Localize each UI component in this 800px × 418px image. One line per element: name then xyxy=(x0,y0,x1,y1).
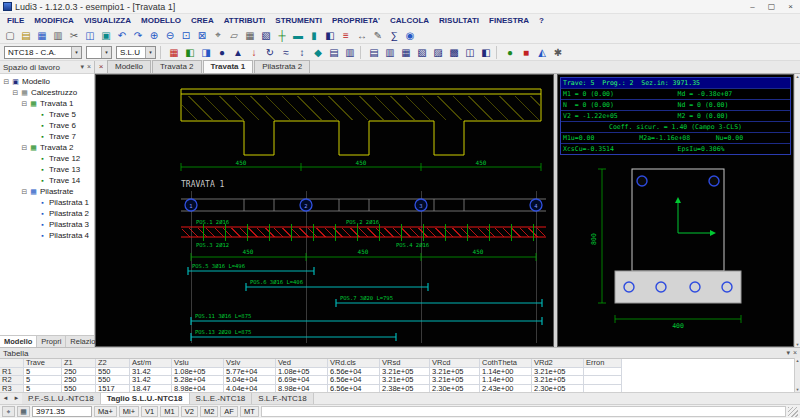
tree-item[interactable]: ▪ Pilastrata 3 xyxy=(0,219,94,230)
tree-item[interactable]: ▪ Trave 5 xyxy=(0,109,94,120)
table-header-cell[interactable]: Z1 xyxy=(62,359,96,368)
result-tab[interactable]: S.L.E.-NTC18 xyxy=(190,393,253,404)
table-header-cell[interactable]: VRd2 xyxy=(532,359,584,368)
row-header[interactable]: R1 xyxy=(0,368,24,377)
tree-item[interactable]: ▪ Pilastrata 2 xyxy=(0,208,94,219)
chevron-down-icon[interactable]: ▾ xyxy=(71,47,81,58)
status-toggle-button[interactable]: Mi+ xyxy=(119,406,139,417)
result-tab[interactable]: S.L.F.-NTC18 xyxy=(252,393,313,404)
status-toggle-button[interactable]: M2 xyxy=(200,406,218,417)
shear-icon[interactable]: ≈ xyxy=(279,45,294,60)
menu-item[interactable]: RISULTATI xyxy=(434,14,484,27)
menu-item[interactable]: MODIFICA xyxy=(29,14,79,27)
table-cell[interactable]: 31.42 xyxy=(130,368,172,377)
table-header-cell[interactable]: Z2 xyxy=(96,359,130,368)
result-tab[interactable]: P.F.-S.L.U.-NTC18 xyxy=(22,393,101,404)
select-icon[interactable]: ▱ xyxy=(227,28,242,43)
chevron-down-icon[interactable]: ▾ xyxy=(80,63,84,71)
resize-grip[interactable] xyxy=(788,407,798,417)
menu-item[interactable]: ? xyxy=(534,14,549,27)
status-toggle-button[interactable]: AF xyxy=(220,406,238,417)
mesh-icon[interactable]: ▦ xyxy=(167,45,182,60)
rebar-icon[interactable]: ≡ xyxy=(339,28,354,43)
doc-tab[interactable]: Modello xyxy=(107,60,151,73)
menu-item[interactable]: MODELLO xyxy=(136,14,186,27)
tree-item[interactable]: ▪ Trave 14 xyxy=(0,175,94,186)
load-icon[interactable]: ↓ xyxy=(247,45,262,60)
table-cell[interactable]: 550 xyxy=(96,376,130,385)
stop-icon[interactable]: ■ xyxy=(519,45,534,60)
expander-icon[interactable]: ⊟ xyxy=(2,78,11,86)
table-header-cell[interactable]: VRcd xyxy=(430,359,480,368)
status-toggle-button[interactable]: Ma+ xyxy=(94,406,117,417)
table-cell[interactable]: 1.08e+05 xyxy=(172,368,224,377)
settings-icon[interactable]: ✱ xyxy=(551,45,566,60)
table-scrollbar[interactable]: ▲ ▼ xyxy=(794,358,800,392)
close-icon[interactable]: × xyxy=(87,63,91,71)
table-cell[interactable]: 5.77e+04 xyxy=(224,368,276,377)
menu-item[interactable]: CREA xyxy=(186,14,219,27)
menu-item[interactable]: STRUMENTI xyxy=(270,14,327,27)
table-header-cell[interactable]: Erron xyxy=(584,359,622,368)
table-header-cell[interactable]: Ved xyxy=(276,359,328,368)
table-cell[interactable]: 5 xyxy=(24,368,62,377)
close-icon[interactable]: × xyxy=(95,61,107,73)
paste-icon[interactable]: ▣ xyxy=(99,28,114,43)
chevron-down-icon[interactable]: ▾ xyxy=(145,47,155,58)
workspace-tab[interactable]: Propri xyxy=(37,336,66,347)
report-icon[interactable]: ▥ xyxy=(343,45,358,60)
grid-icon[interactable]: ▦ xyxy=(243,28,258,43)
zoom-extents-icon[interactable]: ⊠ xyxy=(195,28,210,43)
table-cell[interactable]: 3.21e+05 xyxy=(430,368,480,377)
table-cell[interactable]: 5.28e+04 xyxy=(172,376,224,385)
table-cell[interactable]: 3.21e+05 xyxy=(430,376,480,385)
table-cell[interactable] xyxy=(584,376,622,385)
cut-icon[interactable]: ✂ xyxy=(67,28,82,43)
undo-icon[interactable]: ↶ xyxy=(115,28,130,43)
table-header-cell[interactable]: Vslu xyxy=(172,359,224,368)
table-cell[interactable]: 6.69e+04 xyxy=(276,376,328,385)
redo-icon[interactable]: ↷ xyxy=(131,28,146,43)
grid-icon[interactable]: ▦ xyxy=(17,406,30,417)
workspace-tab[interactable]: Modello xyxy=(0,336,37,347)
rebar-diagram-icon[interactable]: ▩ xyxy=(447,45,462,60)
print-icon[interactable]: ▥ xyxy=(51,28,66,43)
save-icon[interactable]: ▦ xyxy=(35,28,50,43)
status-toggle-button[interactable]: V1 xyxy=(141,406,158,417)
table-cell[interactable]: 250 xyxy=(62,376,96,385)
scroll-up-icon[interactable]: ▲ xyxy=(795,74,800,79)
shear-diagram-icon[interactable]: ▥ xyxy=(383,45,398,60)
deform-diagram-icon[interactable]: ▧ xyxy=(415,45,430,60)
info-icon[interactable]: ◉ xyxy=(403,28,418,43)
tab-scroll-right-icon[interactable]: ► xyxy=(11,393,22,404)
table-header-cell[interactable]: Ast/m xyxy=(130,359,172,368)
table-cell[interactable]: 5 xyxy=(24,376,62,385)
table-cell[interactable]: 1.14e+00 xyxy=(480,368,532,377)
menu-item[interactable]: PROPRIETA' xyxy=(327,14,385,27)
expander-icon[interactable]: ⊟ xyxy=(20,188,29,196)
material-combo[interactable]: ▾ xyxy=(86,46,112,59)
envelope-icon[interactable]: ◆ xyxy=(311,45,326,60)
table-cell[interactable] xyxy=(584,368,622,377)
expander-icon[interactable]: ⊟ xyxy=(20,100,29,108)
run-icon[interactable]: ● xyxy=(503,45,518,60)
menu-item[interactable]: ATTRIBUTI xyxy=(219,14,271,27)
table-cell[interactable]: 250 xyxy=(62,368,96,377)
menu-item[interactable]: FILE xyxy=(2,14,29,27)
section-panel[interactable]: Trave: 5 Prog.: 2 Sez.in: 3971.35 M1 = 0… xyxy=(557,74,794,347)
chevron-down-icon[interactable]: ▾ xyxy=(101,47,111,58)
section-check-icon[interactable]: ◫ xyxy=(463,45,478,60)
tree-item[interactable]: ⊟ ▦ Travata 1 xyxy=(0,98,94,109)
tree-item[interactable]: ▪ Trave 12 xyxy=(0,153,94,164)
viewport-scrollbar[interactable]: ▲ ▼ xyxy=(794,74,800,347)
calc-icon[interactable]: ∑ xyxy=(387,28,402,43)
beam-icon[interactable]: ▬ xyxy=(291,28,306,43)
maximize-button[interactable]: ▢ xyxy=(762,0,781,13)
table-cell[interactable]: 3.21e+05 xyxy=(380,376,430,385)
table-cell[interactable]: 3.21e+05 xyxy=(380,368,430,377)
axes-icon[interactable]: ┼ xyxy=(275,28,290,43)
zoom-window-icon[interactable]: ⊡ xyxy=(179,28,194,43)
node-icon[interactable]: ● xyxy=(215,45,230,60)
view-icon[interactable]: ◨ xyxy=(199,45,214,60)
limit-state-combo[interactable]: S.L.U ▾ xyxy=(116,46,156,59)
